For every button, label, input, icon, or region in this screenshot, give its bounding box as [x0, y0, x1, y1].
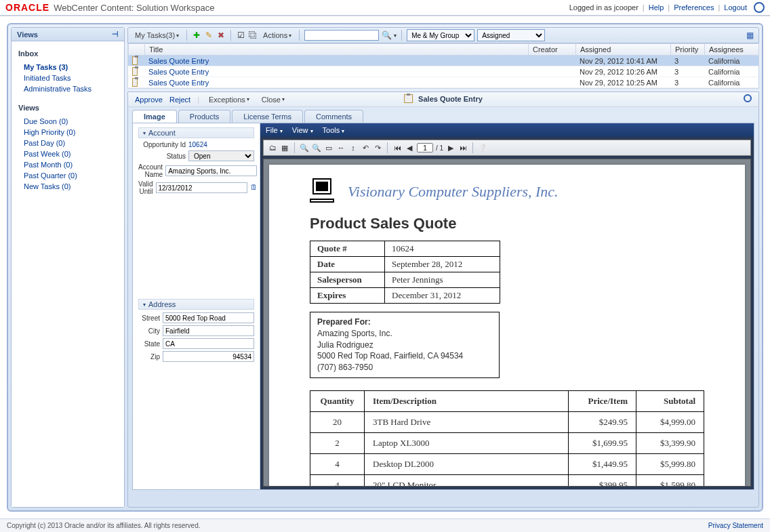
sidebar-item-duesoon[interactable]: Due Soon (0)	[18, 116, 117, 127]
street-input[interactable]	[163, 312, 254, 323]
rotate-right-icon[interactable]: ↷	[373, 143, 382, 152]
tab-license[interactable]: License Terms	[232, 110, 303, 123]
sidebar-item-highpriority[interactable]: High Priority (0)	[18, 127, 117, 138]
sidebar-item-my-tasks[interactable]: My Tasks (3)	[18, 62, 117, 73]
task-priority: 3	[670, 77, 704, 87]
task-title[interactable]: Sales Quote Entry	[144, 77, 528, 87]
copyright-text: Copyright (c) 2013 Oracle and/or its aff…	[7, 522, 201, 529]
help-icon[interactable]: ❔	[478, 143, 487, 152]
col-title[interactable]: Title	[144, 44, 528, 55]
calendar-icon[interactable]: 🗓	[250, 183, 258, 192]
logged-in-text: Logged in as jcooper	[569, 3, 639, 12]
section-address: Address	[148, 300, 176, 308]
search-input[interactable]	[304, 30, 379, 41]
main-toolbar: My Tasks(3)▾ ✚ ✎ ✖ ☑ ⿻ Actions▾ 🔍▾ Me & …	[127, 27, 759, 43]
fit-width-icon[interactable]: ↔	[336, 143, 346, 152]
thumbnails-icon[interactable]: ▦	[280, 143, 289, 152]
collapse-icon[interactable]: ▾	[143, 302, 146, 308]
clipboard-icon	[132, 67, 138, 76]
label-state: State	[138, 340, 160, 348]
zoom-out-icon[interactable]: 🔍	[312, 143, 321, 152]
status-select[interactable]: Open	[188, 150, 254, 161]
clipboard-icon	[132, 78, 138, 87]
viewer-menu-view[interactable]: View ▾	[292, 126, 313, 134]
label-opp-id: Opportunity Id	[138, 141, 186, 148]
page-total: / 1	[436, 144, 443, 152]
approve-button[interactable]: Approve	[135, 96, 163, 104]
tree-icon[interactable]: 🗂	[268, 143, 277, 152]
task-row[interactable]: Sales Quote Entry Nov 29, 2012 10:26 AM …	[128, 66, 758, 77]
privacy-link[interactable]: Privacy Statement	[708, 522, 763, 529]
preferences-link[interactable]: Preferences	[674, 3, 714, 12]
label-account-name: Account Name	[138, 163, 163, 178]
close-dropdown[interactable]: Close ▾	[259, 96, 287, 104]
label-street: Street	[138, 314, 160, 322]
copy-icon[interactable]: ⿻	[248, 30, 258, 40]
search-icon[interactable]: 🔍	[382, 30, 391, 40]
task-assigned: Nov 29, 2012 10:41 AM	[575, 56, 670, 66]
fit-page-icon[interactable]: ▭	[324, 143, 333, 152]
logout-link[interactable]: Logout	[724, 3, 747, 12]
label-zip: Zip	[138, 353, 160, 361]
app-title: WebCenter Content: Solution Workspace	[54, 3, 214, 13]
task-assigned: Nov 29, 2012 10:26 AM	[575, 66, 670, 77]
valid-until-input[interactable]	[156, 182, 247, 193]
document-logo-icon	[310, 178, 336, 205]
delete-icon[interactable]: ✖	[216, 30, 226, 40]
col-creator[interactable]: Creator	[528, 44, 575, 55]
collapse-icon[interactable]: ▾	[143, 130, 146, 136]
add-icon[interactable]: ✚	[192, 30, 201, 40]
task-row[interactable]: Sales Quote Entry Nov 29, 2012 10:25 AM …	[128, 77, 758, 88]
document-title: Product Sales Quote	[310, 215, 704, 232]
help-link[interactable]: Help	[649, 3, 664, 12]
prev-page-icon[interactable]: ◀	[405, 143, 414, 152]
exceptions-dropdown[interactable]: Exceptions ▾	[206, 96, 252, 104]
check-icon[interactable]: ☑	[236, 30, 245, 40]
clipboard-icon	[404, 94, 413, 103]
pin-icon[interactable]: ⊣	[112, 30, 119, 39]
actions-dropdown[interactable]: Actions▾	[260, 31, 294, 39]
task-assigned: Nov 29, 2012 10:25 AM	[575, 77, 670, 87]
rotate-left-icon[interactable]: ↶	[361, 143, 370, 152]
viewer-menu-tools[interactable]: Tools ▾	[323, 126, 345, 134]
col-assignees[interactable]: Assignees	[704, 44, 758, 55]
next-page-icon[interactable]: ▶	[446, 143, 455, 152]
chart-icon[interactable]: ▦	[745, 30, 754, 40]
sidebar-item-admin[interactable]: Administrative Tasks	[18, 83, 117, 94]
filter-group-select[interactable]: Me & My Group	[407, 29, 474, 41]
sidebar-item-initiated[interactable]: Initiated Tasks	[18, 73, 117, 83]
zoom-in-icon[interactable]: 🔍	[300, 143, 309, 152]
my-tasks-dropdown[interactable]: My Tasks(3)▾	[132, 31, 182, 39]
tab-products[interactable]: Products	[178, 110, 230, 123]
last-page-icon[interactable]: ⏭	[458, 143, 468, 152]
task-title[interactable]: Sales Quote Entry	[144, 56, 528, 66]
tab-image[interactable]: Image	[132, 110, 177, 123]
viewer-menu-file[interactable]: File ▾	[266, 126, 283, 134]
filter-status-select[interactable]: Assigned	[477, 29, 545, 41]
city-input[interactable]	[163, 325, 254, 336]
page-input[interactable]	[417, 143, 433, 152]
first-page-icon[interactable]: ⏮	[392, 143, 402, 152]
fit-height-icon[interactable]: ↕	[348, 143, 358, 152]
zip-input[interactable]	[163, 351, 254, 362]
sidebar-item-pastweek[interactable]: Past Week (0)	[18, 148, 117, 159]
sidebar-item-pastmonth[interactable]: Past Month (0)	[18, 159, 117, 170]
task-assignees: California	[704, 56, 758, 66]
account-name-input[interactable]	[165, 165, 257, 176]
state-input[interactable]	[163, 338, 254, 349]
task-title[interactable]: Sales Quote Entry	[144, 66, 528, 77]
tab-comments[interactable]: Comments	[304, 110, 363, 123]
task-priority: 3	[670, 56, 704, 66]
reject-button[interactable]: Reject	[169, 96, 190, 104]
sidebar-item-pastday[interactable]: Past Day (0)	[18, 138, 117, 148]
value-opp-id: 10624	[188, 141, 207, 148]
brand-circle-icon	[754, 2, 765, 13]
edit-icon[interactable]: ✎	[204, 30, 214, 40]
task-assignees: California	[704, 66, 758, 77]
col-priority[interactable]: Priority	[670, 44, 704, 55]
task-row[interactable]: Sales Quote Entry Nov 29, 2012 10:41 AM …	[128, 56, 758, 66]
sidebar-item-newtasks[interactable]: New Tasks (0)	[18, 181, 117, 192]
col-assigned[interactable]: Assigned	[575, 44, 670, 55]
sidebar-item-pastquarter[interactable]: Past Quarter (0)	[18, 170, 117, 181]
label-status: Status	[138, 152, 186, 160]
